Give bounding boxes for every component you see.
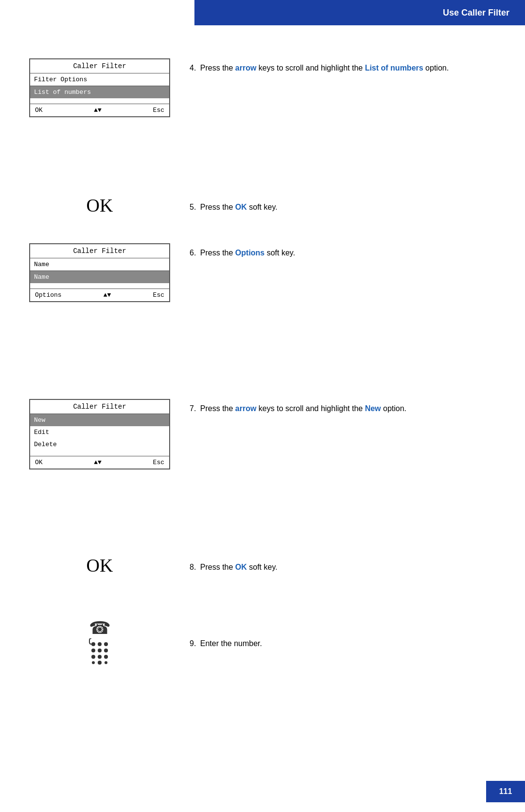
page-number: 111 [486,781,525,802]
step-4-highlight2: List of numbers [365,64,423,72]
step-7-highlight1: arrow [235,404,257,413]
step-7-text: 7. Press the arrow keys to scroll and hi… [190,399,496,415]
header-bar: Use Caller Filter [194,0,525,25]
step-4-text: 4. Press the arrow keys to scroll and hi… [190,58,496,74]
step-9-number: 9. [190,639,196,648]
screen3-item2: Edit [30,426,169,438]
step-5-image: OK [29,190,170,221]
screen1-footer-left: OK [35,107,43,114]
screen3-spacer [30,451,169,456]
screen2-footer-arrow: ▲▼ [104,291,111,299]
svg-point-0 [91,642,95,646]
svg-point-7 [98,655,102,659]
step-5-row: OK 5. Press the OK soft key. [29,190,496,221]
svg-point-8 [104,655,108,659]
step-8-text: 8. Press the OK soft key. [190,558,496,573]
screen1-highlighted-item: List of numbers [30,86,169,98]
screen3-footer-arrow: ▲▼ [94,459,102,466]
screen2-title: Caller Filter [30,244,169,258]
screen1-footer-right: Esc [153,107,164,114]
svg-point-4 [98,649,102,652]
screen3-footer-right: Esc [153,459,164,466]
step-4-row: Caller Filter Filter Options List of num… [29,58,496,117]
step-7-number: 7. [190,404,196,413]
screen1-footer-arrow: ▲▼ [94,107,102,114]
keypad-icon-svg [88,638,112,665]
svg-point-11 [105,661,107,664]
svg-point-3 [91,649,95,652]
svg-point-6 [91,655,95,659]
step-4-number: 4. [190,64,196,72]
step-9-image: ☎︎ [29,613,170,670]
screen2-label: Name [30,258,169,271]
screen-mockup-3: Caller Filter New Edit Delete OK ▲▼ Esc [29,399,170,469]
step-8-highlight1: OK [235,563,247,571]
screen3-highlighted-item: New [30,414,169,426]
step-8-ok-label: OK [87,555,113,576]
svg-point-9 [92,661,95,664]
step-6-text: 6. Press the Options soft key. [190,243,496,259]
screen1-title: Caller Filter [30,59,169,73]
step-5-ok-label: OK [87,195,113,216]
screen3-footer: OK ▲▼ Esc [30,456,169,469]
screen3-footer-left: OK [35,459,43,466]
screen2-footer-left: Options [35,291,62,299]
step-7-highlight2: New [365,404,381,413]
step-6-row: Caller Filter Name Name Options ▲▼ Esc 6… [29,243,496,302]
step-9-text: 9. Enter the number. [190,634,496,650]
screen1-spacer [30,98,169,104]
step-5-text: 5. Press the OK soft key. [190,198,496,213]
screen-mockup-1: Caller Filter Filter Options List of num… [29,58,170,117]
screen3-item3: Delete [30,438,169,451]
step-8-image: OK [29,550,170,581]
screen1-subtitle: Filter Options [30,73,169,86]
svg-point-2 [104,642,108,646]
step-6-highlight1: Options [235,249,264,257]
screen2-footer: Options ▲▼ Esc [30,289,169,301]
step-4-highlight1: arrow [235,64,257,72]
screen3-title: Caller Filter [30,400,169,414]
header-title: Use Caller Filter [443,8,509,18]
svg-point-10 [98,661,102,665]
step-9-row: ☎︎ 9. Enter the number. [29,613,496,670]
screen2-footer-right: Esc [153,291,164,299]
screen-mockup-2: Caller Filter Name Name Options ▲▼ Esc [29,243,170,302]
screen1-footer: OK ▲▼ Esc [30,104,169,116]
step-8-row: OK 8. Press the OK soft key. [29,550,496,581]
step-5-highlight1: OK [235,203,247,211]
svg-point-1 [98,642,102,646]
screen2-highlighted-item: Name [30,271,169,283]
keyboard-icon: ☎︎ [89,618,111,638]
step-8-number: 8. [190,563,196,571]
step-5-number: 5. [190,203,196,211]
screen2-spacer [30,283,169,289]
svg-point-5 [104,649,108,652]
step-7-row: Caller Filter New Edit Delete OK ▲▼ Esc … [29,399,496,469]
step-6-number: 6. [190,249,196,257]
